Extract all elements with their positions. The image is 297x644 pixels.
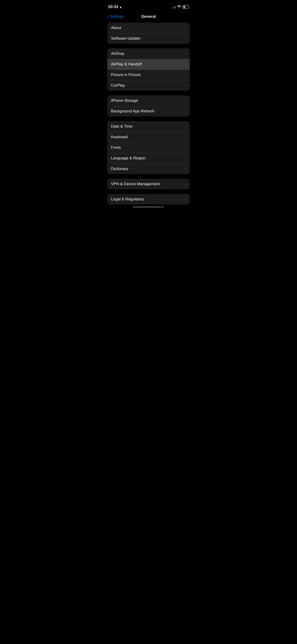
chevron-icon: › (185, 84, 186, 87)
chevron-icon: › (185, 135, 186, 139)
location-icon: ▲ (119, 5, 122, 9)
settings-item-label: Background App Refresh (111, 109, 154, 114)
settings-item-carplay[interactable]: CarPlay › (107, 80, 190, 91)
settings-item-label: CarPlay (111, 83, 125, 88)
settings-item-label: AirDrop (111, 51, 124, 56)
settings-item-vpn-device-management[interactable]: VPN & Device Management › (107, 179, 190, 189)
settings-item-label: Picture in Picture (111, 72, 141, 77)
back-button[interactable]: ‹ Settings (107, 14, 124, 19)
chevron-icon: › (185, 52, 186, 56)
settings-item-label: Keyboard (111, 135, 128, 139)
settings-item-label: Legal & Regulatory (111, 197, 144, 202)
chevron-icon: › (185, 73, 186, 77)
settings-item-software-update[interactable]: Software Update › (107, 33, 190, 44)
home-indicator (133, 206, 164, 208)
settings-group-2: AirDrop › AirPlay & Handoff › Picture in… (107, 48, 190, 91)
settings-item-label: Dictionary (111, 166, 128, 171)
settings-item-label: VPN & Device Management (111, 182, 160, 186)
settings-item-label: Fonts (111, 145, 121, 150)
settings-group-3: iPhone Storage › Background App Refresh … (107, 95, 190, 116)
settings-group-6: Legal & Regulatory › (107, 194, 190, 204)
time-display: 20:33 (108, 4, 118, 9)
chevron-icon: › (185, 146, 186, 150)
chevron-icon: › (185, 167, 186, 171)
settings-group-1: About › Software Update › (107, 22, 190, 44)
settings-item-keyboard[interactable]: Keyboard › (107, 132, 190, 142)
chevron-icon: › (185, 36, 186, 40)
settings-item-language-region[interactable]: Language & Region › (107, 153, 190, 164)
chevron-icon: › (185, 124, 186, 128)
settings-group-5: VPN & Device Management › (107, 179, 190, 189)
status-bar: 20:33 ▲ 47 (104, 0, 194, 12)
chevron-icon: › (185, 198, 186, 201)
settings-item-iphone-storage[interactable]: iPhone Storage › (107, 95, 190, 106)
chevron-icon: › (185, 156, 186, 160)
battery-icon: 47 (182, 5, 189, 9)
settings-item-label: About (111, 26, 121, 30)
chevron-icon: › (185, 62, 186, 66)
back-chevron-icon: ‹ (107, 14, 109, 19)
back-label: Settings (110, 14, 124, 19)
status-time: 20:33 ▲ (108, 4, 122, 9)
settings-item-about[interactable]: About › (107, 22, 190, 33)
settings-item-date-time[interactable]: Date & Time › (107, 121, 190, 132)
settings-item-airdrop[interactable]: AirDrop › (107, 48, 190, 59)
status-icons: 47 (172, 5, 189, 9)
navigation-header: ‹ Settings General (104, 12, 194, 22)
settings-item-airplay-handoff[interactable]: AirPlay & Handoff › (107, 59, 190, 70)
signal-icon (172, 5, 176, 8)
settings-item-label: AirPlay & Handoff (111, 62, 142, 66)
settings-item-label: Date & Time (111, 124, 132, 129)
chevron-icon: › (185, 99, 186, 102)
settings-content: About › Software Update › AirDrop › AirP… (104, 22, 194, 204)
settings-item-legal-regulatory[interactable]: Legal & Regulatory › (107, 194, 190, 204)
battery-level: 47 (183, 6, 186, 8)
settings-item-dictionary[interactable]: Dictionary › (107, 164, 190, 174)
chevron-icon: › (185, 26, 186, 30)
settings-item-background-app-refresh[interactable]: Background App Refresh › (107, 106, 190, 116)
page-title: General (141, 14, 156, 19)
settings-item-fonts[interactable]: Fonts › (107, 142, 190, 153)
settings-item-label: iPhone Storage (111, 98, 138, 103)
wifi-icon (177, 5, 181, 9)
settings-item-label: Language & Region (111, 156, 146, 160)
settings-group-4: Date & Time › Keyboard › Fonts › Languag… (107, 121, 190, 174)
chevron-icon: › (185, 110, 186, 113)
settings-item-label: Software Update (111, 36, 140, 41)
chevron-icon: › (185, 182, 186, 186)
settings-item-picture-in-picture[interactable]: Picture in Picture › (107, 70, 190, 80)
